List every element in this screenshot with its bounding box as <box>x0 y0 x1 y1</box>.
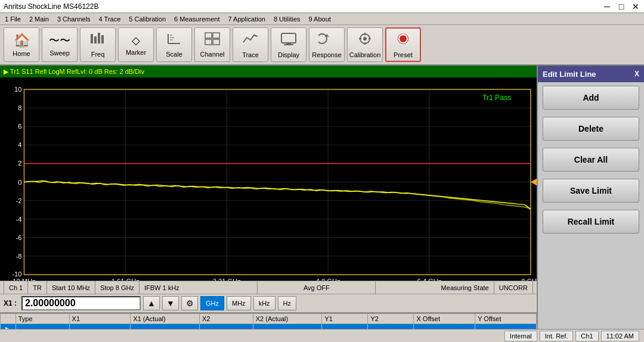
panel-close-button[interactable]: X <box>634 70 639 78</box>
x1-input[interactable] <box>21 296 141 310</box>
svg-text:-8: -8 <box>16 253 22 260</box>
menu-measurement[interactable]: 6 Measurement <box>171 15 223 23</box>
svg-text:10 MHz: 10 MHz <box>13 278 36 281</box>
right-panel-title: Edit Limit Line X <box>538 66 644 82</box>
tool-preset[interactable]: Preset <box>385 27 421 62</box>
col-header-x2: X2 <box>199 314 253 324</box>
tool-marker[interactable]: ◇ Marker <box>118 27 154 62</box>
col-header-x2actual: X2 (Actual) <box>253 314 322 324</box>
svg-marker-62 <box>531 178 537 186</box>
tool-scale-label: Scale <box>166 51 182 58</box>
svg-point-18 <box>363 37 367 41</box>
status-ifbw: IFBW 1 kHz <box>140 281 258 294</box>
menu-calibration[interactable]: 5 Calibration <box>125 15 169 23</box>
scale-icon <box>166 32 182 49</box>
svg-text:-4: -4 <box>16 216 22 223</box>
menu-about[interactable]: 9 About <box>305 15 335 23</box>
svg-rect-12 <box>213 39 219 45</box>
tool-scale[interactable]: Scale <box>156 27 192 62</box>
freq-icon <box>89 32 106 49</box>
status-start[interactable]: Start 10 MHz <box>47 281 95 294</box>
tool-trace-label: Trace <box>242 51 259 58</box>
main-area: ▶ Tr1 S11 Refl LogM RefLvl: 0 dB Res: 2 … <box>0 66 644 342</box>
svg-text:3.21 GHz: 3.21 GHz <box>213 278 241 281</box>
unit-ghz-button[interactable]: GHz <box>200 296 224 310</box>
menu-trace[interactable]: 4 Trace <box>95 15 125 23</box>
status-ch: Ch 1 <box>4 281 28 294</box>
add-button[interactable]: Add <box>543 86 639 110</box>
tool-trace[interactable]: Trace <box>233 27 268 62</box>
svg-text:4: 4 <box>18 141 21 148</box>
tool-home[interactable]: 🏠 Home <box>4 27 39 62</box>
recall-limit-button[interactable]: Recall Limit <box>543 210 639 234</box>
svg-text:-10: -10 <box>12 271 21 278</box>
svg-rect-13 <box>281 33 296 43</box>
svg-text:-6: -6 <box>16 234 22 241</box>
svg-text:6: 6 <box>18 123 21 130</box>
tool-freq[interactable]: Freq <box>80 27 116 62</box>
maximize-button[interactable]: □ <box>617 2 626 11</box>
tool-freq-label: Freq <box>91 51 105 58</box>
menubar: 1 File 2 Main 3 Channels 4 Trace 5 Calib… <box>0 13 644 25</box>
menu-utilities[interactable]: 8 Utilities <box>270 15 304 23</box>
calibration-icon <box>357 32 373 49</box>
close-button[interactable]: ✕ <box>631 2 640 11</box>
col-header-y2: Y2 <box>368 314 414 324</box>
trace-icon <box>242 32 259 49</box>
x1-label: X1 : <box>4 299 17 307</box>
marker-icon: ◇ <box>132 34 140 47</box>
x1-down-button[interactable]: ▼ <box>162 296 179 310</box>
col-header-x1: X1 <box>69 314 131 324</box>
col-header-x1actual: X1 (Actual) <box>131 314 200 324</box>
x1-up-button[interactable]: ▲ <box>143 296 160 310</box>
svg-rect-10 <box>213 33 219 38</box>
tool-channel-label: Channel <box>200 51 225 58</box>
tool-display[interactable]: Display <box>271 27 306 62</box>
unit-khz-button[interactable]: kHz <box>253 296 275 310</box>
status-time: 11:02 AM <box>601 331 639 341</box>
chart-header: ▶ Tr1 S11 Refl LogM RefLvl: 0 dB Res: 2 … <box>0 66 537 77</box>
col-header-yoffset: Y Offset <box>475 314 537 324</box>
delete-button[interactable]: Delete <box>543 117 639 141</box>
menu-file[interactable]: 1 File <box>1 15 24 23</box>
clear-all-button[interactable]: Clear All <box>543 148 639 172</box>
tool-sweep[interactable]: 〜〜 Sweep <box>42 27 78 62</box>
svg-text:8: 8 <box>18 104 21 111</box>
svg-rect-2 <box>98 33 100 43</box>
status-avg: Avg OFF <box>258 281 376 294</box>
col-header-xoffset: X Offset <box>414 314 475 324</box>
window-controls: ─ □ ✕ <box>602 2 640 11</box>
tool-response[interactable]: Response <box>309 27 345 62</box>
menu-main[interactable]: 2 Main <box>26 15 52 23</box>
svg-rect-0 <box>91 34 93 43</box>
svg-text:2: 2 <box>18 160 21 167</box>
titlebar: Anritsu ShockLine MS46122B ─ □ ✕ <box>0 0 644 13</box>
menu-channels[interactable]: 3 Channels <box>54 15 94 23</box>
status-measuring: Measuring State <box>376 281 494 294</box>
bottom-bar: Internal Int. Ref. Ch1 11:02 AM <box>0 329 644 342</box>
col-header-empty <box>1 314 16 324</box>
col-header-y1: Y1 <box>322 314 368 324</box>
status-bar: Ch 1 TR Start 10 MHz Stop 8 GHz IFBW 1 k… <box>0 281 537 294</box>
col-header-type: Type <box>16 314 69 324</box>
status-int-ref: Int. Ref. <box>540 331 574 341</box>
svg-text:8 GHz: 8 GHz <box>521 278 537 281</box>
svg-rect-1 <box>94 36 97 43</box>
unit-mhz-button[interactable]: MHz <box>227 296 251 310</box>
chart-canvas[interactable]: 10 8 6 4 2 0 -2 -4 -6 -8 -10 10 MH <box>0 77 537 281</box>
tool-calibration[interactable]: Calibration <box>347 27 383 62</box>
x1-settings-button[interactable]: ⚙ <box>181 296 198 310</box>
status-stop[interactable]: Stop 8 GHz <box>95 281 140 294</box>
display-icon <box>280 32 297 49</box>
svg-text:4.8 GHz: 4.8 GHz <box>316 278 340 281</box>
unit-hz-button[interactable]: Hz <box>278 296 296 310</box>
tool-display-label: Display <box>278 51 299 58</box>
menu-application[interactable]: 7 Application <box>224 15 268 23</box>
minimize-button[interactable]: ─ <box>602 2 612 11</box>
status-ch1: Ch1 <box>575 331 598 341</box>
panel-title-text: Edit Limit Line <box>543 70 596 79</box>
status-internal: Internal <box>504 331 537 341</box>
tool-channel[interactable]: Channel <box>194 27 230 62</box>
svg-text:10: 10 <box>14 86 21 93</box>
save-limit-button[interactable]: Save Limit <box>543 179 639 203</box>
